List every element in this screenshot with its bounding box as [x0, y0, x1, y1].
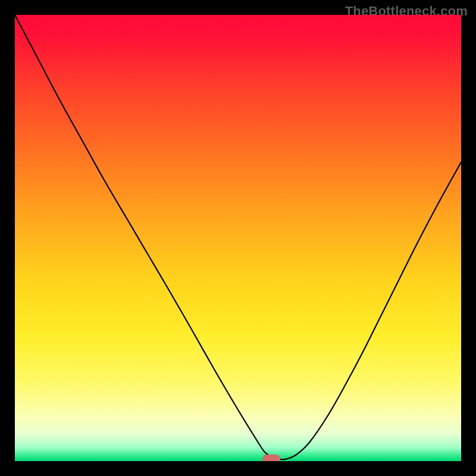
bottleneck-curve	[15, 15, 461, 461]
optimum-marker	[262, 455, 280, 462]
chart-frame: TheBottleneck.com	[0, 0, 476, 476]
plot-area	[15, 15, 461, 461]
